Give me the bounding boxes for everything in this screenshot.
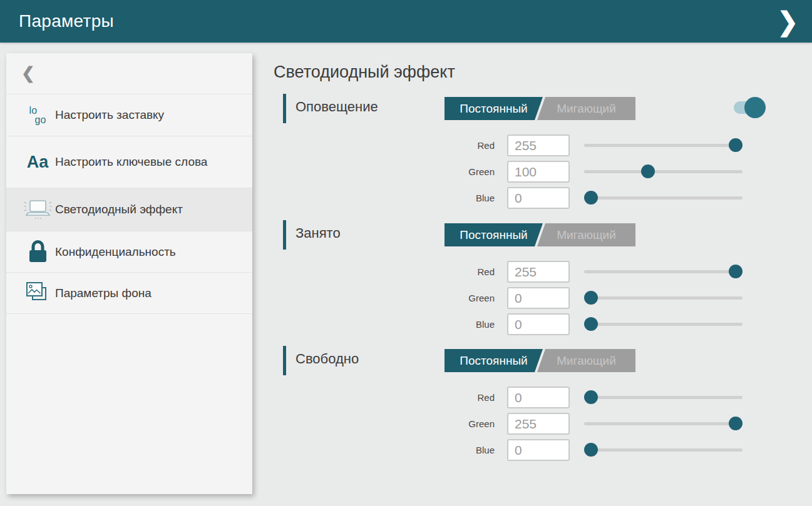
sidebar-item-keywords[interactable]: Aa Настроить ключевые слова	[6, 136, 252, 188]
section-free: Свободно Постоянный Мигающий Red Green B…	[274, 346, 756, 471]
green-channel-row: Green	[274, 287, 756, 309]
mode-tabs: Постоянный Мигающий	[445, 223, 635, 246]
green-label: Green	[401, 287, 495, 309]
chevron-left-icon: ❮	[21, 64, 35, 83]
green-value-input[interactable]	[507, 287, 570, 309]
section-title: Занято	[296, 225, 341, 241]
slider-thumb[interactable]	[584, 317, 598, 331]
background-images-icon	[20, 281, 55, 306]
sidebar-item-label: Светодиодный эффект	[55, 201, 194, 218]
red-value-input[interactable]	[507, 261, 570, 283]
sidebar-item-splash[interactable]: lo go Настроить заставку	[6, 94, 252, 136]
green-label: Green	[401, 161, 495, 183]
green-channel-row: Green	[274, 413, 756, 435]
sidebar-item-label: Настроить ключевые слова	[55, 154, 218, 170]
slider-thumb[interactable]	[729, 265, 743, 278]
blue-value-input[interactable]	[507, 439, 570, 461]
slider-rail	[584, 448, 743, 452]
tab-blinking[interactable]: Мигающий	[537, 223, 635, 246]
slider-rail	[584, 196, 743, 200]
green-value-input[interactable]	[507, 161, 570, 183]
slider-thumb[interactable]	[584, 191, 598, 205]
slider-rail	[584, 170, 743, 173]
green-slider[interactable]	[584, 413, 743, 435]
red-label: Red	[401, 134, 495, 156]
red-label: Red	[401, 261, 495, 283]
sidebar-item-label: Настроить заставку	[55, 107, 175, 123]
blue-value-input[interactable]	[507, 187, 570, 209]
red-value-input[interactable]	[507, 387, 570, 408]
sidebar-item-led-effect[interactable]: Светодиодный эффект	[6, 188, 252, 231]
slider-thumb[interactable]	[584, 291, 598, 305]
blue-channel-row: Blue	[274, 187, 756, 209]
toggle-knob	[744, 97, 766, 118]
slider-rail	[584, 422, 743, 425]
sidebar: ❮ lo go Настроить заставку Aa Настроить …	[6, 53, 252, 494]
blue-slider[interactable]	[584, 187, 743, 209]
slider-rail	[584, 296, 743, 300]
content-title: Светодиодный эффект	[274, 63, 455, 82]
slider-thumb[interactable]	[641, 164, 655, 178]
blue-slider[interactable]	[584, 439, 743, 461]
tab-solid[interactable]: Постоянный	[445, 349, 543, 372]
red-channel-row: Red	[274, 387, 756, 408]
slider-thumb[interactable]	[729, 417, 743, 430]
green-value-input[interactable]	[507, 413, 570, 435]
slider-rail	[584, 396, 743, 399]
page-title: Параметры	[19, 11, 114, 31]
slider-thumb[interactable]	[729, 138, 743, 152]
tab-solid[interactable]: Постоянный	[445, 223, 543, 246]
section-title: Оповещение	[296, 99, 378, 115]
sidebar-item-label: Параметры фона	[55, 285, 163, 301]
green-channel-row: Green	[274, 161, 756, 183]
logo-icon-line2: go	[35, 114, 46, 125]
blue-label: Blue	[401, 187, 495, 209]
red-slider[interactable]	[584, 134, 743, 156]
red-slider[interactable]	[584, 387, 743, 408]
blue-slider[interactable]	[584, 313, 743, 335]
keywords-aa-icon: Aa	[20, 153, 55, 172]
slider-rail	[584, 270, 743, 273]
mode-tabs: Постоянный Мигающий	[445, 97, 635, 120]
slider-thumb[interactable]	[584, 443, 598, 457]
tab-blinking[interactable]: Мигающий	[537, 349, 635, 372]
mode-tabs: Постоянный Мигающий	[445, 349, 635, 372]
tab-solid[interactable]: Постоянный	[445, 97, 543, 120]
sidebar-item-label: Конфиденциальность	[55, 244, 187, 260]
slider-rail	[584, 323, 743, 326]
lock-icon	[20, 240, 55, 265]
section-alert: Оповещение Постоянный Мигающий Red Green…	[274, 94, 756, 219]
red-slider[interactable]	[584, 261, 743, 283]
red-value-input[interactable]	[507, 134, 570, 156]
sidebar-back-button[interactable]: ❮	[6, 53, 252, 94]
chevron-right-icon[interactable]: ❯	[777, 8, 798, 34]
alert-toggle-on[interactable]	[734, 97, 766, 118]
red-channel-row: Red	[274, 134, 756, 156]
green-slider[interactable]	[584, 287, 743, 309]
led-display-icon	[20, 198, 55, 221]
section-title: Свободно	[296, 351, 359, 367]
blue-channel-row: Blue	[274, 439, 756, 461]
blue-label: Blue	[401, 313, 495, 335]
app-header: Параметры ❯	[0, 0, 812, 43]
green-slider[interactable]	[584, 161, 743, 183]
slider-rail	[584, 144, 743, 147]
section-busy: Занято Постоянный Мигающий Red Green Blu…	[274, 220, 756, 345]
green-label: Green	[401, 413, 495, 435]
sidebar-item-privacy[interactable]: Конфиденциальность	[6, 231, 252, 273]
red-label: Red	[401, 387, 495, 408]
slider-thumb[interactable]	[584, 390, 598, 404]
blue-channel-row: Blue	[274, 313, 756, 335]
section-accent-bar	[283, 346, 286, 375]
red-channel-row: Red	[274, 261, 756, 283]
logo-icon: lo go	[20, 106, 55, 124]
blue-value-input[interactable]	[507, 313, 570, 335]
sidebar-item-background[interactable]: Параметры фона	[6, 273, 252, 314]
blue-label: Blue	[401, 439, 495, 461]
section-accent-bar	[283, 94, 286, 123]
tab-blinking[interactable]: Мигающий	[537, 97, 635, 120]
section-accent-bar	[283, 220, 286, 250]
